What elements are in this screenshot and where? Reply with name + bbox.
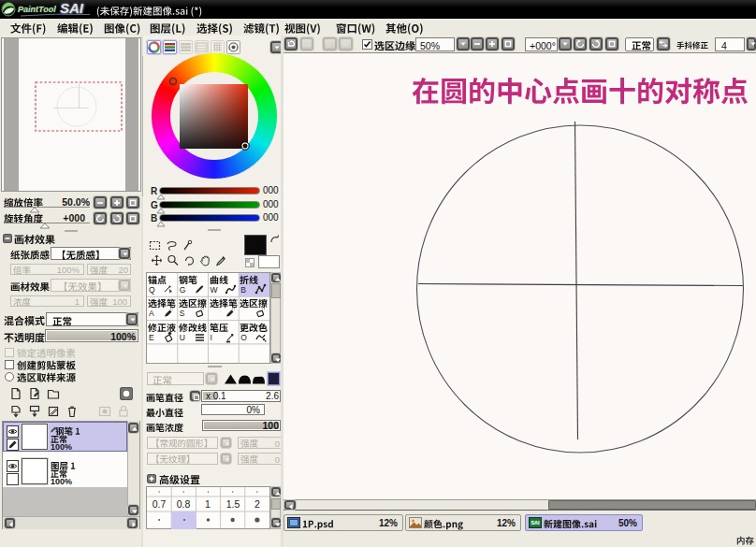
svg-text:SAI: SAI	[531, 520, 540, 525]
